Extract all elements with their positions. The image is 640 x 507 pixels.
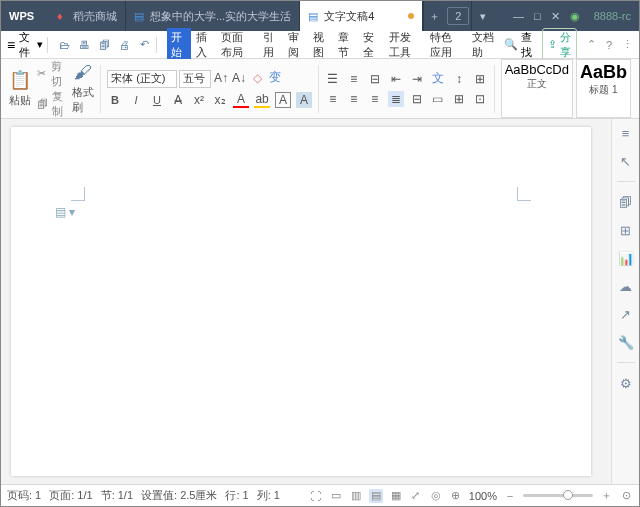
highlight-button[interactable]: ab xyxy=(254,92,270,108)
char-format-icon[interactable]: 变 xyxy=(267,70,283,86)
zoom-settings-icon[interactable]: ⊕ xyxy=(449,489,463,503)
cloud-icon[interactable]: ☁ xyxy=(618,278,634,294)
multilevel-icon[interactable]: ⊟ xyxy=(367,71,383,87)
fit-icon[interactable]: ◎ xyxy=(429,489,443,503)
outline-view-icon[interactable]: ▦ xyxy=(389,489,403,503)
subscript-button[interactable]: x₂ xyxy=(212,92,228,108)
cut-button[interactable]: ✂剪切 xyxy=(37,59,66,89)
read-mode-icon[interactable]: ▭ xyxy=(329,489,343,503)
underline-button[interactable]: U xyxy=(149,92,165,108)
zoom-knob[interactable] xyxy=(563,490,573,500)
format-painter-button[interactable]: 🖌 格式刷 xyxy=(72,59,94,119)
font-name-input[interactable] xyxy=(107,70,177,88)
help-icon[interactable]: ? xyxy=(606,39,612,51)
align-left-icon[interactable]: ≡ xyxy=(325,91,341,107)
copy-button[interactable]: 🗐复制 xyxy=(37,89,66,119)
best-fit-icon[interactable]: ⊙ xyxy=(619,489,633,503)
tab-store[interactable]: ♦ 稻壳商城 xyxy=(49,1,126,31)
clear-format-icon[interactable]: ◇ xyxy=(249,70,265,86)
more-icon[interactable]: ⋮ xyxy=(622,38,633,51)
char-shading-button[interactable]: A xyxy=(296,92,312,108)
indent-increase-icon[interactable]: ⇥ xyxy=(409,71,425,87)
bold-button[interactable]: B xyxy=(107,92,123,108)
expand-icon[interactable]: ⤢ xyxy=(409,489,423,503)
maximize-button[interactable]: □ xyxy=(534,10,541,22)
font-size-input[interactable] xyxy=(179,70,211,88)
share-button[interactable]: ⇪分享 xyxy=(542,28,577,62)
zoom-label[interactable]: 100% xyxy=(469,490,497,502)
tab-insert[interactable]: 插入 xyxy=(192,28,216,62)
avatar-icon[interactable]: ◉ xyxy=(570,10,580,23)
tab-doc-2[interactable]: ▤ 文字文稿4 xyxy=(300,1,423,31)
stats-icon[interactable]: 📊 xyxy=(618,250,634,266)
superscript-button[interactable]: x² xyxy=(191,92,207,108)
print-layout-icon[interactable]: ▤ xyxy=(369,489,383,503)
menu-icon[interactable]: ≡ xyxy=(7,37,15,53)
paste-button[interactable]: 📋 粘贴 xyxy=(9,59,31,119)
indent-decrease-icon[interactable]: ⇤ xyxy=(388,71,404,87)
status-section[interactable]: 节: 1/1 xyxy=(101,488,133,503)
status-col[interactable]: 列: 1 xyxy=(257,488,280,503)
tab-home[interactable]: 开始 xyxy=(167,28,191,62)
char-border-button[interactable]: A xyxy=(275,92,291,108)
sidebar-toggle-icon[interactable]: ≡ xyxy=(618,125,634,141)
tab-view[interactable]: 视图 xyxy=(309,28,333,62)
open-icon[interactable]: 🗁 xyxy=(58,38,72,52)
tab-developer[interactable]: 开发工具 xyxy=(385,28,425,62)
new-tab-button[interactable]: ＋ xyxy=(423,1,445,31)
style-heading1[interactable]: AaBb 标题 1 xyxy=(576,59,631,118)
save-icon[interactable]: 🖶 xyxy=(78,38,92,52)
tab-security[interactable]: 安全 xyxy=(359,28,383,62)
outline-icon[interactable]: 🗐 xyxy=(618,194,634,210)
shading-icon[interactable]: ▭ xyxy=(430,91,446,107)
tab-references[interactable]: 引用 xyxy=(259,28,283,62)
shrink-font-icon[interactable]: A↓ xyxy=(231,70,247,86)
tab-special[interactable]: 特色应用 xyxy=(426,28,466,62)
zoom-in-button[interactable]: ＋ xyxy=(599,489,613,503)
status-row[interactable]: 行: 1 xyxy=(225,488,248,503)
strikethrough-button[interactable]: A̶ xyxy=(170,92,186,108)
distribute-icon[interactable]: ⊟ xyxy=(409,91,425,107)
tab-doc-assist[interactable]: 文档助 xyxy=(468,28,500,62)
numbering-icon[interactable]: ≡ xyxy=(346,71,362,87)
tab-review[interactable]: 审阅 xyxy=(284,28,308,62)
tab-doc-1[interactable]: ▤ 想象中的大学...实的大学生活 xyxy=(126,1,300,31)
zoom-slider[interactable] xyxy=(523,494,593,497)
nav-icon[interactable]: ⊞ xyxy=(618,222,634,238)
align-right-icon[interactable]: ≡ xyxy=(367,91,383,107)
document-page[interactable]: ▤ ▾ xyxy=(11,127,591,476)
print-preview-icon[interactable]: 🗐 xyxy=(98,38,112,52)
search-button[interactable]: 🔍查找 xyxy=(504,30,532,60)
web-layout-icon[interactable]: ▥ xyxy=(349,489,363,503)
text-direction-icon[interactable]: 文 xyxy=(430,71,446,87)
bullets-icon[interactable]: ☰ xyxy=(325,71,341,87)
close-button[interactable]: ✕ xyxy=(551,10,560,23)
status-pages[interactable]: 页面: 1/1 xyxy=(49,488,92,503)
tab-layout[interactable]: 页面布局 xyxy=(217,28,257,62)
file-menu[interactable]: 文件▾ xyxy=(19,30,43,60)
line-spacing-icon[interactable]: ↕ xyxy=(451,71,467,87)
tab-list-button[interactable]: ▾ xyxy=(471,1,493,31)
window-count[interactable]: 2 xyxy=(447,7,469,25)
align-center-icon[interactable]: ≡ xyxy=(346,91,362,107)
select-tool-icon[interactable]: ↖ xyxy=(618,153,634,169)
grow-font-icon[interactable]: A↑ xyxy=(213,70,229,86)
fullscreen-icon[interactable]: ⛶ xyxy=(309,489,323,503)
tabs-icon[interactable]: ⊡ xyxy=(472,91,488,107)
font-color-button[interactable]: A xyxy=(233,92,249,108)
print-icon[interactable]: 🖨 xyxy=(118,38,132,52)
sort-icon[interactable]: ⊞ xyxy=(472,71,488,87)
minimize-button[interactable]: — xyxy=(513,10,524,22)
style-normal[interactable]: AaBbCcDd 正文 xyxy=(501,59,573,118)
tools-icon[interactable]: 🔧 xyxy=(618,334,634,350)
collapse-ribbon-icon[interactable]: ⌃ xyxy=(587,38,596,51)
tab-sections[interactable]: 章节 xyxy=(334,28,358,62)
settings-icon[interactable]: ⚙ xyxy=(618,375,634,391)
status-page-num[interactable]: 页码: 1 xyxy=(7,488,41,503)
status-indent[interactable]: 设置值: 2.5厘米 xyxy=(141,488,217,503)
justify-icon[interactable]: ≣ xyxy=(388,91,404,107)
zoom-out-button[interactable]: − xyxy=(503,489,517,503)
undo-icon[interactable]: ↶ xyxy=(138,38,152,52)
borders-icon[interactable]: ⊞ xyxy=(451,91,467,107)
italic-button[interactable]: I xyxy=(128,92,144,108)
